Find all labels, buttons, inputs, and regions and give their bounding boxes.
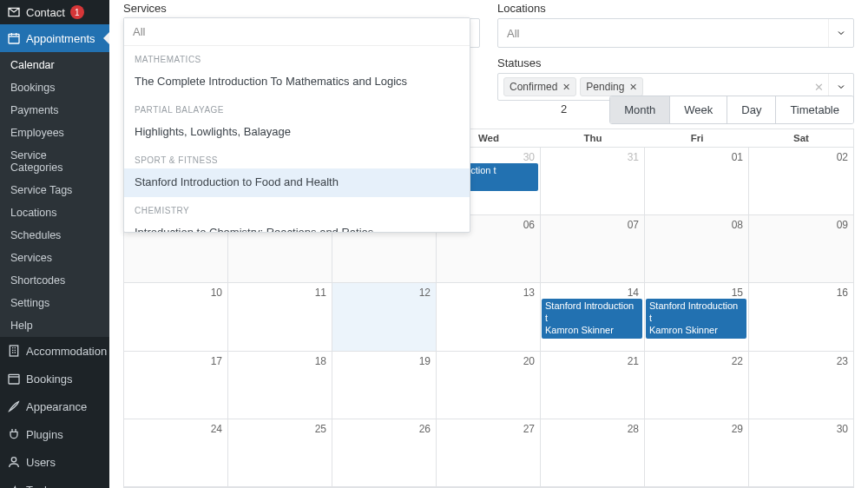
dropdown-item[interactable]: Introduction to Chemistry: Reactions and…	[124, 219, 470, 233]
locations-filter-label: Locations	[497, 2, 854, 15]
sidebar-sub-help[interactable]: Help	[0, 314, 109, 337]
dropdown-group-label: PARTIAL BALAYAGE	[124, 96, 470, 118]
sidebar-sub-service-tags[interactable]: Service Tags	[0, 179, 109, 201]
calendar-cell[interactable]: 29	[645, 419, 749, 487]
calendar-cell[interactable]: 16	[749, 283, 853, 351]
calendar-event[interactable]: Stanford Introduction tKamron Skinner	[542, 299, 642, 338]
calendar-cell[interactable]: 17	[124, 352, 228, 419]
calendar-cell[interactable]: 14Stanford Introduction tKamron Skinner	[541, 283, 645, 351]
calendar-day-number: 20	[523, 355, 535, 367]
statuses-filter-label: Statuses	[497, 56, 854, 69]
calendar-day-number: 06	[523, 219, 535, 231]
calendar-day-number: 29	[732, 423, 743, 435]
calendar-cell[interactable]: 10	[124, 283, 228, 351]
sidebar-item-tools[interactable]: Tools	[0, 476, 109, 488]
view-switch: Month Week Day Timetable	[609, 96, 854, 124]
calendar-day-number: 25	[315, 423, 326, 435]
calendar-cell[interactable]: 28	[541, 419, 645, 487]
calendar-cell[interactable]: 22	[645, 352, 749, 419]
sidebar-sub-schedules[interactable]: Schedules	[0, 224, 109, 247]
calendar-day-number: 08	[732, 219, 743, 231]
locations-filter-value: All	[507, 27, 519, 40]
sidebar-item-label: Appearance	[26, 400, 87, 413]
calendar-cell[interactable]: 12	[332, 283, 437, 351]
plug-icon	[7, 427, 21, 441]
services-dropdown-search[interactable]	[124, 18, 470, 45]
view-week-button[interactable]: Week	[669, 96, 727, 123]
sidebar-item-label: Plugins	[26, 428, 63, 441]
sidebar-sub-payments[interactable]: Payments	[0, 99, 109, 122]
sidebar-item-bookings[interactable]: Bookings	[0, 365, 109, 392]
sidebar-sub-settings[interactable]: Settings	[0, 292, 109, 314]
calendar-cell[interactable]: 09	[749, 215, 853, 283]
calendar-cell[interactable]: 20	[437, 352, 541, 419]
sidebar-sub-locations[interactable]: Locations	[0, 201, 109, 224]
locations-filter-select[interactable]: All	[497, 18, 854, 48]
calendar-cell[interactable]: 30	[749, 419, 853, 487]
view-timetable-button[interactable]: Timetable	[775, 96, 853, 123]
svg-rect-2	[9, 374, 19, 384]
sidebar-item-plugins[interactable]: Plugins	[0, 420, 109, 448]
sidebar-sub-shortcodes[interactable]: Shortcodes	[0, 269, 109, 292]
sidebar-sub-service-categories[interactable]: Service Categories	[0, 144, 109, 179]
calendar-weekday: Thu	[541, 129, 645, 147]
sidebar-sub-employees[interactable]: Employees	[0, 122, 109, 144]
sidebar-sub-services[interactable]: Services	[0, 247, 109, 269]
calendar-day-number: 30	[837, 423, 848, 435]
calendar-cell[interactable]: 13	[437, 283, 541, 351]
calendar-day-number: 14	[628, 287, 639, 299]
sidebar-sub-calendar[interactable]: Calendar	[0, 52, 109, 76]
calendar-cell[interactable]: 01	[645, 148, 749, 215]
dropdown-item[interactable]: The Complete Introduction To Mathematics…	[124, 68, 470, 96]
sidebar-sub-bookings[interactable]: Bookings	[0, 76, 109, 99]
calendar-cell[interactable]: 18	[228, 352, 332, 419]
user-icon	[7, 455, 21, 469]
calendar-day-number: 15	[732, 287, 743, 299]
dropdown-item[interactable]: Highlights, Lowlights, Balayage	[124, 118, 470, 147]
calendar-cell[interactable]: 27	[437, 419, 541, 487]
calendar-cell[interactable]: 23	[749, 352, 853, 419]
status-tags-container: Confirmed✕Pending✕	[503, 77, 647, 96]
sidebar-item-label: Appointments	[26, 32, 95, 45]
calendar-day-number: 17	[211, 355, 222, 367]
calendar-cell[interactable]: 21	[541, 352, 645, 419]
status-tag: Pending✕	[580, 77, 643, 96]
calendar-day-number: 01	[732, 151, 743, 163]
calendar-cell[interactable]: 31	[541, 148, 645, 215]
chevron-down-icon[interactable]	[828, 19, 846, 47]
calendar-day-number: 12	[419, 287, 431, 299]
view-month-button[interactable]: Month	[610, 96, 669, 123]
calendar-day-number: 18	[315, 355, 326, 367]
calendar-cell[interactable]: 15Stanford Introduction tKamron Skinner	[645, 283, 749, 351]
calendar-day-number: 30	[523, 151, 535, 163]
calendar-cell[interactable]: 24	[124, 419, 228, 487]
calendar-event[interactable]: Stanford Introduction tKamron Skinner	[646, 299, 746, 338]
sidebar-item-appointments[interactable]: Appointments	[0, 24, 109, 52]
calendar-cell[interactable]: 02	[749, 148, 853, 215]
calendar-cell[interactable]: 07	[541, 215, 645, 283]
sidebar-item-appearance[interactable]: Appearance	[0, 392, 109, 420]
calendar-cell[interactable]: 26	[332, 419, 437, 487]
remove-tag-button[interactable]: ✕	[629, 82, 637, 93]
clear-statuses-button[interactable]: ✕	[814, 81, 824, 94]
view-day-button[interactable]: Day	[727, 96, 775, 123]
calendar-day-number: 24	[211, 423, 222, 435]
services-dropdown-list[interactable]: MATHEMATICSThe Complete Introduction To …	[124, 46, 470, 233]
dropdown-item[interactable]: Stanford Introduction to Food and Health	[124, 168, 470, 197]
calendar-day-number: 28	[628, 423, 639, 435]
calendar-cell[interactable]: 08	[645, 215, 749, 283]
sidebar-item-label: Contact	[26, 6, 65, 19]
mail-icon	[7, 5, 21, 19]
calendar-cell[interactable]: 19	[332, 352, 437, 419]
building-icon	[7, 344, 21, 358]
sidebar-item-contact[interactable]: Contact 1	[0, 0, 109, 24]
dropdown-group-label: SPORT & FITNESS	[124, 147, 470, 168]
calendar-day-number: 31	[628, 151, 639, 163]
svg-point-3	[11, 458, 16, 462]
calendar-day-number: 07	[628, 219, 639, 231]
remove-tag-button[interactable]: ✕	[562, 82, 570, 93]
calendar-cell[interactable]: 11	[228, 283, 332, 351]
sidebar-item-accommodation[interactable]: Accommodation	[0, 337, 109, 365]
sidebar-item-users[interactable]: Users	[0, 448, 109, 476]
calendar-cell[interactable]: 25	[228, 419, 332, 487]
